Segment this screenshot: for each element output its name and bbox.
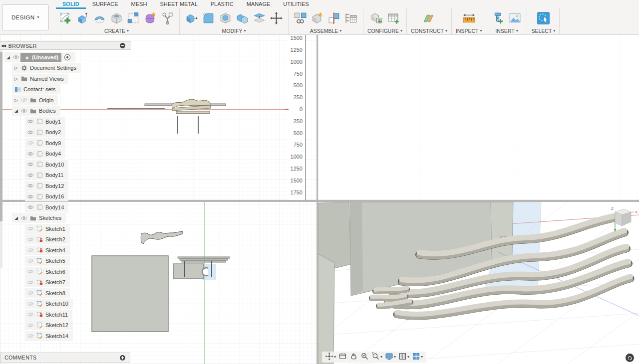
tree-item-sketch12[interactable]: Sketch12 <box>25 320 131 331</box>
tab-utilities[interactable]: UTILITIES <box>277 0 315 9</box>
wavy-sketch-profile[interactable] <box>141 231 183 244</box>
minimize-panel-icon[interactable] <box>119 42 126 49</box>
tab-solid[interactable]: SOLID <box>56 0 86 9</box>
tab-surface[interactable]: SURFACE <box>86 0 125 9</box>
comments-panel[interactable]: COMMENTS <box>0 353 130 363</box>
visibility-off-icon[interactable] <box>26 302 35 306</box>
group-label-select[interactable]: SELECT▾ <box>531 27 555 34</box>
wavy-body-side-base[interactable] <box>176 111 210 114</box>
tree-item-sketch1[interactable]: Sketch1 <box>25 223 131 234</box>
visibility-on-icon[interactable] <box>19 216 28 220</box>
board-edge-1[interactable] <box>178 257 230 258</box>
viewport-divider-vertical[interactable] <box>317 35 318 364</box>
tree-item-sketch2[interactable]: Sketch2 <box>25 234 131 245</box>
activate-component-radio[interactable] <box>64 54 71 61</box>
visibility-off-icon[interactable] <box>26 259 35 263</box>
rigid-group-icon[interactable] <box>326 10 342 26</box>
tree-item-unsaved[interactable]: ◢(Unsaved) <box>4 52 131 63</box>
window-zoom-tool[interactable]: ▾ <box>371 352 382 363</box>
visibility-off-icon[interactable] <box>26 312 35 317</box>
visibility-off-icon[interactable] <box>26 291 35 295</box>
hole-icon[interactable] <box>109 10 124 26</box>
insert-canvas-icon[interactable] <box>507 10 523 26</box>
expand-open-icon[interactable]: ◢ <box>13 108 19 113</box>
board-edge-2[interactable] <box>180 259 228 260</box>
visibility-on-icon[interactable] <box>11 55 20 59</box>
combine-icon[interactable] <box>235 10 250 26</box>
expand-open-icon[interactable]: ◢ <box>5 55 11 60</box>
visibility-off-icon[interactable] <box>26 280 35 285</box>
design-workspace-dropdown[interactable]: DESIGN ▾ <box>2 4 49 30</box>
tab-plastic[interactable]: PLASTIC <box>204 0 240 9</box>
chevron-down-icon[interactable]: ▾ <box>380 355 382 359</box>
panel-left-edge[interactable] <box>318 254 334 364</box>
expand-open-icon[interactable]: ◢ <box>13 215 19 220</box>
small-rect-surface[interactable] <box>173 264 204 279</box>
collapse-panel-icon[interactable]: ◀◀ <box>1 44 5 48</box>
group-label-assemble[interactable]: ASSEMBLE▾ <box>310 27 342 34</box>
move-copy-icon[interactable] <box>269 10 284 26</box>
pan-tool[interactable] <box>349 352 358 363</box>
tree-item-named-views[interactable]: ▷Named Views <box>12 73 131 84</box>
tree-item-sketch10[interactable]: Sketch10 <box>25 299 131 310</box>
selected-circle-profile[interactable] <box>202 268 208 276</box>
viewcube-x-label[interactable]: X <box>635 210 638 214</box>
chevron-down-icon[interactable]: ▾ <box>394 355 396 359</box>
revolve-icon[interactable] <box>92 10 107 26</box>
offset-face-icon[interactable] <box>252 10 267 26</box>
panel-thin-strip[interactable] <box>491 202 513 264</box>
tree-item-body10[interactable]: Body10 <box>25 159 131 170</box>
joint-icon[interactable] <box>293 10 308 26</box>
visibility-on-icon[interactable] <box>26 173 35 178</box>
add-comment-icon[interactable] <box>119 355 126 361</box>
tree-item-sketch7[interactable]: Sketch7 <box>25 277 131 288</box>
chevron-down-icon[interactable]: ▾ <box>334 355 336 359</box>
select-icon[interactable] <box>536 10 551 26</box>
visibility-on-icon[interactable] <box>26 162 35 167</box>
board-tip-1[interactable] <box>375 288 407 292</box>
viewport-3d[interactable]: X Z ▾▾▾▾▾ <box>318 202 639 364</box>
tree-item-body16[interactable]: Body16 <box>25 191 131 202</box>
display-settings-tool[interactable]: ▾ <box>385 352 396 363</box>
shell-icon[interactable] <box>218 10 233 26</box>
viewport-top-2d[interactable] <box>318 35 639 200</box>
tree-item-body9[interactable]: Body9 <box>25 138 131 149</box>
group-label-insert[interactable]: INSERT▾ <box>495 27 518 34</box>
visibility-on-icon[interactable] <box>26 119 35 124</box>
visibility-on-icon[interactable] <box>19 109 28 113</box>
create-sketch-icon[interactable] <box>58 10 73 26</box>
configuration-icon[interactable] <box>369 10 384 26</box>
rectangular-pattern-icon[interactable] <box>126 10 141 26</box>
chevron-down-icon[interactable]: ▾ <box>421 355 423 359</box>
expand-closed-icon[interactable]: ▷ <box>13 65 19 70</box>
tab-mesh[interactable]: MESH <box>125 0 154 9</box>
viewports-tool[interactable]: ▾ <box>412 352 423 363</box>
visibility-off-icon[interactable] <box>19 98 28 102</box>
tree-item-sketch5[interactable]: Sketch5 <box>25 256 131 267</box>
group-label-inspect[interactable]: INSPECT▾ <box>456 27 482 34</box>
browser-scrollbar[interactable] <box>0 50 2 268</box>
scrollbar-thumb[interactable] <box>0 52 2 221</box>
tree-item-origin[interactable]: ▷Origin <box>12 95 131 106</box>
press-pull-icon[interactable] <box>184 10 199 26</box>
visibility-on-icon[interactable] <box>26 183 35 188</box>
look-at-tool[interactable] <box>338 352 347 363</box>
tree-item-document-settings[interactable]: ▷Document Settings <box>12 63 131 74</box>
visibility-off-icon[interactable] <box>26 141 35 145</box>
view-cube[interactable]: X Z <box>608 203 638 233</box>
visibility-off-icon[interactable] <box>26 269 35 274</box>
browser-header[interactable]: ◀◀ BROWSER <box>0 41 131 50</box>
expand-closed-icon[interactable]: ▷ <box>13 76 19 81</box>
group-label-create[interactable]: CREATE▾ <box>104 27 129 34</box>
tree-item-bodies[interactable]: ◢Bodies <box>12 106 131 117</box>
tree-item-body2[interactable]: Body2 <box>25 127 131 138</box>
tab-manage[interactable]: MANAGE <box>240 0 277 9</box>
tree-item-sketch6[interactable]: Sketch6 <box>25 266 131 277</box>
tree-item-sketches[interactable]: ◢Sketches <box>12 213 131 224</box>
construction-plane-icon[interactable] <box>421 10 437 26</box>
extrude-icon[interactable] <box>75 10 90 26</box>
tree-item-sketch14[interactable]: Sketch14 <box>25 331 131 342</box>
group-label-modify[interactable]: MODIFY▾ <box>222 27 246 34</box>
configuration-table-icon[interactable] <box>386 10 401 26</box>
tree-item-body4[interactable]: Body4 <box>25 149 131 160</box>
